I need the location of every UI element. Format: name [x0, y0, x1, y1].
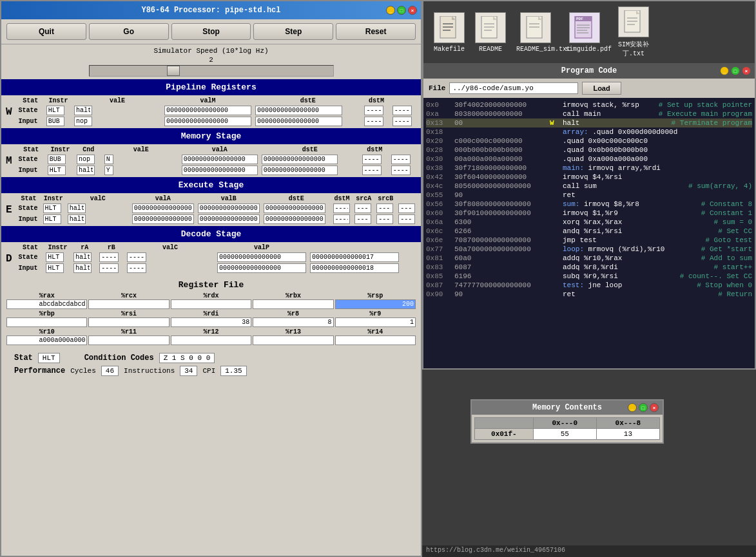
w-state-dstm[interactable] — [393, 106, 412, 115]
m-state-cnd[interactable] — [104, 155, 113, 164]
prog-code-area[interactable]: 0x0 30f40020000000000 irmovq stack, %rsp… — [423, 98, 755, 368]
mem-close-button[interactable]: × — [650, 403, 659, 412]
speed-slider[interactable] — [89, 65, 334, 77]
e-input-dste[interactable] — [333, 214, 350, 224]
e-state-valc[interactable] — [132, 203, 194, 213]
r13-input[interactable] — [253, 335, 333, 345]
e-input-srcb[interactable] — [398, 214, 415, 224]
file-icon-readme[interactable]: README — [475, 12, 506, 53]
prog-file-input[interactable] — [449, 82, 578, 94]
rsp-input[interactable] — [335, 299, 416, 309]
r8-input[interactable] — [253, 317, 333, 327]
stop-button[interactable]: Stop — [171, 23, 251, 40]
close-button[interactable]: × — [408, 6, 417, 15]
d-state-valc[interactable] — [217, 252, 306, 262]
e-input-valb[interactable] — [264, 214, 325, 224]
minimize-button[interactable]: _ — [386, 6, 395, 15]
d-state-instr[interactable] — [73, 252, 92, 262]
r10-input[interactable] — [6, 335, 87, 345]
d-state-stat[interactable] — [46, 252, 64, 262]
w-input-valm[interactable] — [255, 117, 342, 126]
e-state-valb[interactable] — [264, 203, 325, 213]
m-state-vale[interactable] — [182, 155, 258, 164]
r11-input[interactable] — [88, 335, 169, 345]
d-input-ra[interactable] — [99, 263, 119, 273]
e-state-srca[interactable] — [376, 203, 393, 213]
e-input-vala[interactable] — [198, 214, 260, 224]
d-state-ra[interactable] — [99, 252, 119, 262]
rbp-input[interactable] — [6, 317, 87, 327]
e-state-srcb[interactable] — [398, 203, 415, 213]
d-input-instr[interactable] — [73, 263, 92, 273]
m-input-vala[interactable] — [262, 165, 338, 175]
d-input-valp[interactable] — [310, 263, 399, 273]
r12-input[interactable] — [171, 335, 251, 345]
rsi-input[interactable] — [88, 317, 169, 327]
rdi-input[interactable] — [171, 317, 251, 327]
r9-input[interactable] — [335, 317, 416, 327]
e-input-dstm[interactable] — [354, 214, 371, 224]
go-button[interactable]: Go — [89, 23, 169, 40]
w-input-vale[interactable] — [164, 117, 251, 126]
m-state-dstm[interactable] — [391, 155, 411, 164]
w-input-stat[interactable] — [46, 117, 64, 126]
m-input-stat[interactable] — [48, 165, 66, 175]
d-stage-table: Stat Instr rA rB valC valP State — [17, 243, 418, 274]
rcx-input[interactable] — [88, 299, 169, 309]
e-state-instr[interactable] — [68, 203, 86, 213]
prog-maximize-button[interactable]: □ — [731, 66, 740, 75]
maximize-button[interactable]: □ — [397, 6, 406, 15]
m-input-instr[interactable] — [77, 165, 95, 175]
prog-file-bar: File Load — [423, 79, 755, 98]
w-input-instr[interactable] — [74, 117, 92, 126]
code-line-0x60: 0x60 30f901000000000000 irmovq $1,%r9 # … — [426, 209, 752, 218]
e-input-stat[interactable] — [43, 214, 61, 224]
e-state-stat[interactable] — [43, 203, 61, 213]
m-state-vala[interactable] — [262, 155, 338, 164]
w-input-dste[interactable] — [364, 117, 383, 126]
r14-input[interactable] — [335, 335, 416, 345]
mem-minimize-button[interactable]: _ — [628, 403, 637, 412]
w-state-valm[interactable] — [255, 106, 342, 115]
file-icon-simguide[interactable]: PDF simguide.pdf — [565, 12, 604, 53]
prog-close-button[interactable]: × — [742, 66, 751, 75]
e-state-dste[interactable] — [333, 203, 350, 213]
m-input-dstm[interactable] — [391, 165, 411, 175]
d-state-valp[interactable] — [310, 252, 399, 262]
e-input-valc[interactable] — [132, 214, 194, 224]
w-state-instr[interactable] — [74, 106, 92, 115]
speed-thumb[interactable] — [167, 66, 180, 76]
w-input-dstm[interactable] — [393, 117, 412, 126]
m-state-instr[interactable] — [77, 155, 95, 164]
m-input-dste[interactable] — [362, 165, 382, 175]
w-state-dste[interactable] — [364, 106, 383, 115]
prog-minimize-button[interactable]: _ — [720, 66, 729, 75]
m-state-dste[interactable] — [362, 155, 382, 164]
mem-maximize-button[interactable]: □ — [639, 403, 648, 412]
file-icon-makefile[interactable]: Makefile — [434, 12, 465, 53]
code-line-0x30: 0x30 00a000a000a00000 .quad 0xa000a000a0… — [426, 155, 752, 164]
e-state-vala[interactable] — [198, 203, 260, 213]
e-input-instr[interactable] — [68, 214, 86, 224]
prog-load-button[interactable]: Load — [582, 82, 621, 95]
d-state-rb[interactable] — [127, 252, 146, 262]
rdx-input[interactable] — [171, 299, 251, 309]
w-state-stat[interactable] — [46, 106, 64, 115]
rax-input[interactable] — [6, 299, 87, 309]
w-state-vale[interactable] — [164, 106, 251, 115]
file-icon-sim-install[interactable]: SIM安装补丁.txt — [614, 6, 653, 58]
m-state-stat[interactable] — [48, 155, 66, 164]
file-icon-readme-sim[interactable]: README_sim.txt — [516, 12, 555, 53]
e-input-srca[interactable] — [376, 214, 393, 224]
d-input-stat[interactable] — [46, 263, 64, 273]
m-input-cnd[interactable] — [104, 165, 113, 175]
d-input-rb[interactable] — [127, 263, 146, 273]
e-state-dstm[interactable] — [354, 203, 371, 213]
quit-button[interactable]: Quit — [6, 23, 86, 40]
speed-value: 2 — [4, 56, 418, 64]
reset-button[interactable]: Reset — [336, 23, 416, 40]
rbx-input[interactable] — [253, 299, 333, 309]
m-input-vale[interactable] — [182, 165, 258, 175]
step-button[interactable]: Step — [253, 23, 333, 40]
d-input-valc[interactable] — [217, 263, 306, 273]
